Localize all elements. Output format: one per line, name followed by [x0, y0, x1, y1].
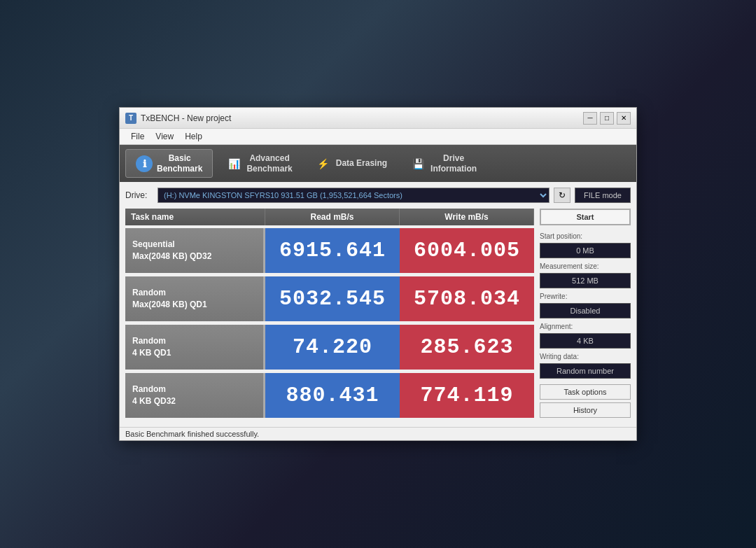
row1-label-line2: Max(2048 KB) QD1 — [132, 299, 207, 311]
measurement-size-label: Measurement size: — [540, 262, 631, 270]
header-read: Read mB/s — [265, 209, 400, 225]
benchmark-area: Task name Read mB/s Write mB/s Sequentia… — [125, 209, 534, 421]
start-position-label: Start position: — [540, 232, 631, 240]
header-taskname: Task name — [125, 209, 265, 225]
tab-data-erasing[interactable]: ⚡ Data Erasing — [305, 149, 397, 178]
drive-information-icon: 💾 — [410, 155, 426, 172]
tab-advanced-benchmark[interactable]: 📊 Advanced Benchmark — [216, 149, 302, 178]
drive-refresh-button[interactable]: ↻ — [554, 188, 570, 203]
menu-help[interactable]: Help — [179, 130, 208, 143]
toolbar: ℹ Basic Benchmark 📊 Advanced Benchmark ⚡… — [120, 145, 636, 182]
drive-row: Drive: (H:) NVMe KINGSTON SFYRS10 931.51… — [125, 188, 631, 203]
basic-benchmark-icon: ℹ — [136, 155, 153, 172]
file-mode-button[interactable]: FILE mode — [575, 188, 631, 203]
table-row: Random 4 KB QD32 880.431 774.119 — [125, 373, 534, 418]
row3-label-line2: 4 KB QD32 — [132, 395, 176, 407]
row2-label: Random 4 KB QD1 — [125, 325, 265, 370]
row2-label-line1: Random — [132, 335, 171, 347]
window-controls: ─ □ ✕ — [583, 112, 631, 125]
row0-label: Sequential Max(2048 KB) QD32 — [125, 228, 265, 273]
row2-write: 285.623 — [400, 325, 534, 370]
writing-data-value[interactable]: Random number — [540, 363, 631, 379]
row0-label-line2: Max(2048 KB) QD32 — [132, 251, 211, 262]
advanced-benchmark-icon: 📊 — [225, 155, 242, 172]
row0-read: 6915.641 — [265, 228, 400, 273]
table-header: Task name Read mB/s Write mB/s — [125, 209, 534, 225]
menu-file[interactable]: File — [125, 130, 150, 143]
title-bar: T TxBENCH - New project ─ □ ✕ — [120, 108, 636, 129]
prewrite-value[interactable]: Disabled — [540, 303, 631, 318]
row3-write: 774.119 — [400, 373, 534, 418]
measurement-size-value[interactable]: 512 MB — [540, 273, 631, 288]
row1-label: Random Max(2048 KB) QD1 — [125, 276, 265, 321]
window-title: TxBENCH - New project — [141, 113, 583, 123]
history-button[interactable]: History — [540, 402, 631, 418]
row2-label-line2: 4 KB QD1 — [132, 347, 171, 359]
drive-label: Drive: — [125, 190, 153, 200]
header-write: Write mB/s — [400, 209, 534, 225]
maximize-button[interactable]: □ — [600, 112, 614, 125]
basic-benchmark-label-line2: Benchmark — [157, 164, 202, 174]
row1-write: 5708.034 — [400, 276, 534, 321]
minimize-button[interactable]: ─ — [583, 112, 597, 125]
writing-data-label: Writing data: — [540, 353, 631, 360]
row3-label-line1: Random — [132, 384, 176, 395]
close-button[interactable]: ✕ — [617, 112, 631, 125]
drive-select[interactable]: (H:) NVMe KINGSTON SFYRS10 931.51 GB (1,… — [158, 188, 550, 203]
row0-write: 6004.005 — [400, 228, 534, 273]
drive-information-label-line1: Drive — [430, 153, 477, 163]
prewrite-label: Prewrite: — [540, 293, 631, 300]
task-options-button[interactable]: Task options — [540, 384, 631, 400]
tab-drive-information[interactable]: 💾 Drive Information — [400, 149, 486, 178]
row0-label-line1: Sequential — [132, 239, 211, 251]
main-window: T TxBENCH - New project ─ □ ✕ File View … — [119, 107, 637, 441]
status-bar: Basic Benchmark finished successfully. — [120, 427, 636, 440]
app-icon: T — [125, 113, 136, 124]
start-position-value[interactable]: 0 MB — [540, 243, 631, 258]
alignment-label: Alignment: — [540, 323, 631, 330]
content-area: Drive: (H:) NVMe KINGSTON SFYRS10 931.51… — [120, 182, 636, 427]
tab-basic-benchmark[interactable]: ℹ Basic Benchmark — [125, 149, 213, 178]
table-row: Random Max(2048 KB) QD1 5032.545 5708.03… — [125, 276, 534, 321]
row1-label-line1: Random — [132, 287, 207, 299]
table-row: Random 4 KB QD1 74.220 285.623 — [125, 325, 534, 370]
table-row: Sequential Max(2048 KB) QD32 6915.641 60… — [125, 228, 534, 273]
row3-read: 880.431 — [265, 373, 400, 418]
advanced-benchmark-label-line2: Benchmark — [246, 164, 292, 174]
alignment-value[interactable]: 4 KB — [540, 333, 631, 349]
data-erasing-icon: ⚡ — [315, 155, 332, 172]
data-erasing-label: Data Erasing — [336, 158, 387, 168]
menu-view[interactable]: View — [150, 130, 179, 143]
start-button[interactable]: Start — [540, 209, 631, 225]
row3-label: Random 4 KB QD32 — [125, 373, 265, 418]
menu-bar: File View Help — [120, 129, 636, 145]
basic-benchmark-label-line1: Basic — [157, 153, 202, 163]
row2-read: 74.220 — [265, 325, 400, 370]
row1-read: 5032.545 — [265, 276, 400, 321]
advanced-benchmark-label-line1: Advanced — [246, 153, 292, 163]
status-message: Basic Benchmark finished successfully. — [125, 430, 259, 438]
side-panel: Start Start position: 0 MB Measurement s… — [540, 209, 631, 421]
drive-information-label-line2: Information — [430, 164, 477, 174]
main-layout: Task name Read mB/s Write mB/s Sequentia… — [125, 209, 631, 421]
